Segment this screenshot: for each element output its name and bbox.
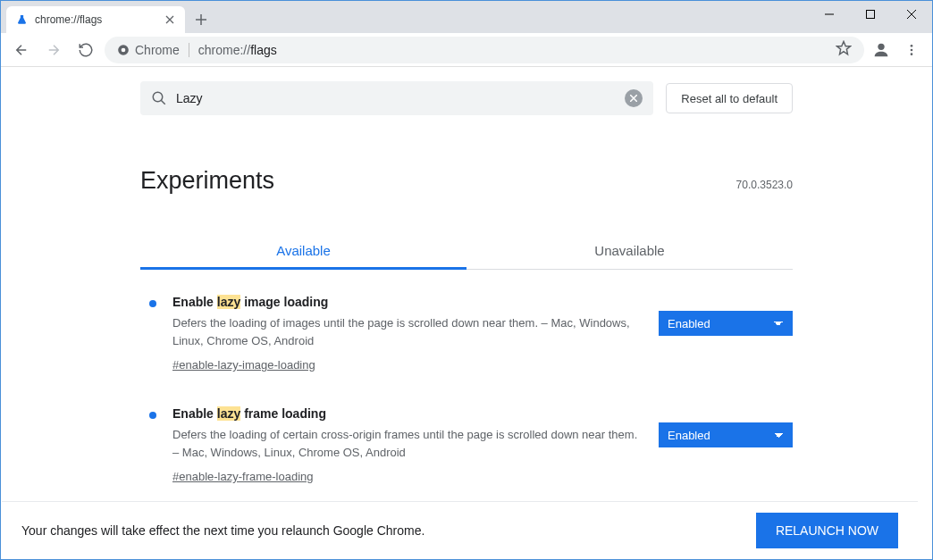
chrome-chip: Chrome (117, 43, 189, 57)
status-dot-icon (149, 300, 156, 307)
menu-button[interactable] (898, 37, 925, 63)
flag-row: Enable lazy image loadingDefers the load… (140, 270, 793, 381)
relaunch-bar: Your changes will take effect the next t… (2, 501, 918, 558)
chrome-label: Chrome (135, 43, 180, 57)
svg-point-6 (911, 53, 913, 55)
flag-description: Defers the loading of images until the p… (172, 314, 643, 349)
flask-icon (15, 13, 28, 26)
relaunch-button[interactable]: RELAUNCH NOW (756, 513, 898, 548)
flag-hash-link[interactable]: #enable-lazy-frame-loading (172, 470, 314, 483)
flag-row: Enable lazy frame loadingDefers the load… (140, 381, 793, 493)
svg-point-4 (911, 45, 913, 47)
status-dot-icon (149, 412, 156, 419)
svg-rect-0 (867, 11, 875, 19)
svg-point-2 (122, 47, 126, 52)
svg-point-7 (153, 92, 163, 102)
flag-description: Defers the loading of certain cross-orig… (172, 426, 643, 461)
back-button[interactable] (8, 37, 35, 63)
tab-strip: chrome://flags (1, 1, 809, 33)
reload-button[interactable] (72, 37, 99, 63)
browser-tab[interactable]: chrome://flags (6, 6, 185, 33)
page-content: Reset all to default Experiments 70.0.35… (2, 69, 931, 558)
address-bar[interactable]: Chrome chrome://flags (105, 37, 864, 63)
new-tab-button[interactable] (189, 7, 214, 32)
tab-unavailable[interactable]: Unavailable (466, 232, 793, 269)
page-scroll[interactable]: Reset all to default Experiments 70.0.35… (2, 69, 931, 558)
clear-search-icon[interactable] (625, 89, 643, 107)
flag-title: Enable lazy frame loading (172, 406, 643, 421)
maximize-button[interactable] (850, 1, 891, 28)
close-tab-icon[interactable] (164, 13, 176, 26)
close-window-button[interactable] (891, 1, 932, 28)
url-text: chrome://flags (198, 43, 277, 57)
version-text: 70.0.3523.0 (736, 179, 793, 191)
tab-title: chrome://flags (35, 13, 102, 26)
flag-title: Enable lazy image loading (172, 295, 643, 309)
profile-avatar[interactable] (870, 38, 893, 62)
minimize-button[interactable] (809, 1, 850, 28)
search-icon (151, 90, 167, 106)
search-flags[interactable] (140, 81, 653, 115)
bookmark-star-icon[interactable] (836, 40, 852, 59)
tab-available[interactable]: Available (140, 232, 466, 269)
flag-state-select[interactable]: Enabled (659, 311, 793, 336)
search-input[interactable] (176, 91, 616, 105)
chrome-icon (117, 44, 130, 56)
flag-hash-link[interactable]: #enable-lazy-image-loading (172, 358, 315, 372)
relaunch-message: Your changes will take effect the next t… (21, 523, 756, 538)
page-title: Experiments (140, 167, 274, 195)
titlebar: chrome://flags (1, 1, 932, 33)
forward-button[interactable] (40, 37, 67, 63)
svg-point-3 (878, 43, 884, 49)
window-controls (809, 1, 932, 33)
browser-toolbar: Chrome chrome://flags (1, 33, 932, 67)
tab-bar: Available Unavailable (140, 232, 793, 270)
svg-point-5 (911, 48, 913, 51)
flag-state-select[interactable]: Enabled (659, 422, 793, 447)
reset-all-button[interactable]: Reset all to default (666, 83, 793, 113)
